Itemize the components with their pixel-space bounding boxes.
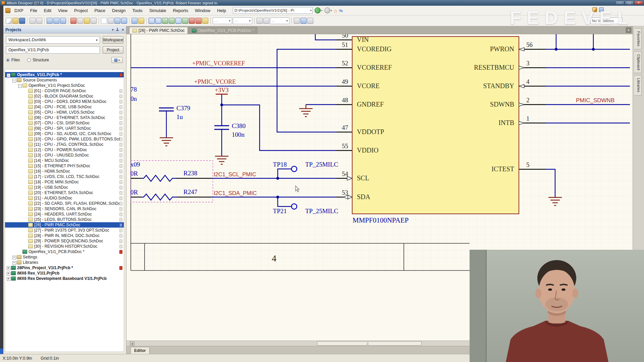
place-bus-icon[interactable] xyxy=(155,18,161,24)
tree-item[interactable]: [13] - CPU - UNUSED.SchDoc xyxy=(5,153,124,158)
toolbar-button[interactable] xyxy=(68,17,68,24)
menu-item[interactable]: Design xyxy=(109,7,129,14)
menu-item[interactable]: Edit xyxy=(41,7,55,14)
tree-item[interactable]: [15] - ETHERNET PHY.SchDoc xyxy=(5,163,124,169)
menu-item[interactable]: Tools xyxy=(129,7,146,14)
maximize-button[interactable]: ▢ xyxy=(625,1,634,5)
panel-tab[interactable]: Clipboard xyxy=(634,51,642,73)
toolbar-button[interactable] xyxy=(146,17,147,24)
toolbar-button[interactable] xyxy=(44,17,45,24)
menu-item[interactable]: Window xyxy=(192,7,214,14)
tree-item[interactable]: [16] - HDMI.SchDoc xyxy=(5,169,124,174)
tree-item[interactable]: [28] - PWR IN, MECH, DOC.SchDoc xyxy=(5,233,124,238)
project-field[interactable]: OpenRex_V1I1.PrjPcb xyxy=(6,46,100,54)
workspace-button[interactable]: Workspace xyxy=(103,36,123,44)
toolbar-button[interactable] xyxy=(291,17,292,24)
save-icon[interactable] xyxy=(19,18,25,24)
forward-history-chevron-icon[interactable]: ▾ xyxy=(331,9,332,12)
tree-item[interactable]: [17] - LVDS, CSI, LCD, TSC.SchDoc xyxy=(5,174,124,179)
net-label-icon[interactable] xyxy=(175,18,181,24)
tree-item[interactable]: OpenRex_V1I1_PCB.PcbDoc * xyxy=(5,249,124,254)
open-icon[interactable] xyxy=(12,18,18,24)
document-tab[interactable]: [26] - PWR PMIC.SchDoc xyxy=(129,27,188,34)
tree-item[interactable]: [24] - HEADERS, UART.SchDoc xyxy=(5,212,124,217)
tree-item[interactable]: [07] - CPU - CSI, DISP.SchDoc xyxy=(5,120,124,126)
tree-item[interactable]: OpenRex_V1I1.PrjPcb * xyxy=(5,72,124,77)
tree-expand-toggle[interactable] xyxy=(6,265,10,270)
redo-icon[interactable] xyxy=(121,18,127,24)
tree-item[interactable]: [19] - USB.SchDoc xyxy=(5,185,124,190)
inspector-icon[interactable] xyxy=(138,18,144,24)
list-view-icon[interactable] xyxy=(294,18,300,24)
projects-panel-header[interactable]: Projects ▾ ✕ xyxy=(3,26,126,34)
tree-item[interactable]: [29] - POWER SEQUENCING.SchDoc xyxy=(5,238,124,244)
tree-item[interactable]: [03] - CPU - DDR3, DDR3 MEM.SchDoc xyxy=(5,99,124,104)
refresh-icon[interactable]: ⇆ xyxy=(339,8,343,13)
find-similar-icon[interactable] xyxy=(131,18,138,24)
tree-item[interactable]: [01] - COVER PAGE.SchDoc xyxy=(5,88,124,94)
tree-item[interactable]: [14] - MCU.SchDoc xyxy=(5,158,124,163)
print-icon[interactable] xyxy=(30,18,36,24)
tree-item[interactable]: iMX6 Rex Development Baseboard V1I1.PrjP… xyxy=(5,276,124,281)
menu-item[interactable]: Simulate xyxy=(146,7,170,14)
tree-item[interactable]: [06] - CPU - ETHERNET, SATA.SchDoc xyxy=(5,115,124,120)
close-button[interactable]: ✕ xyxy=(634,1,643,5)
project-button[interactable]: Project xyxy=(103,46,123,54)
toolbar-button[interactable] xyxy=(99,17,99,24)
tree-item[interactable]: [12] - CPU - POWER.SchDoc xyxy=(5,147,124,153)
tree-item[interactable]: [09] - CPU - SD, AUDIO, I2C, CAN.SchDoc xyxy=(5,131,124,136)
document-tab[interactable]: OpenRex_V1I1_PCB.PcbDoc * xyxy=(189,27,257,34)
panel-tab[interactable]: Libraries xyxy=(634,75,642,95)
highlight-icon[interactable] xyxy=(202,18,208,24)
panel-pin-icon[interactable] xyxy=(116,28,119,32)
tree-item[interactable]: [02] - BLOCK DIAGRAM.SchDoc xyxy=(5,94,124,99)
print-preview-icon[interactable] xyxy=(36,18,42,24)
line-style-combo[interactable]: … xyxy=(233,17,252,24)
tree-item[interactable]: [22] - SD CARD, SPI, FLASH, EEPROM,.SchD… xyxy=(5,201,124,206)
pmic-component-body[interactable] xyxy=(352,37,519,214)
panel-view-options-button[interactable] xyxy=(111,57,123,63)
panel-menu-chevron-icon[interactable]: ▾ xyxy=(112,28,114,32)
menu-item[interactable]: View xyxy=(55,7,71,14)
tree-item[interactable]: [30] - REVISION HISTORY.SchDoc xyxy=(5,244,124,249)
no-erc-icon[interactable] xyxy=(196,18,202,24)
paste-icon[interactable] xyxy=(84,18,90,24)
new-document-icon[interactable] xyxy=(6,18,12,24)
forward-button[interactable]: → xyxy=(324,7,330,13)
place-part-icon[interactable] xyxy=(162,18,168,24)
panel-close-icon[interactable]: ✕ xyxy=(121,28,124,32)
tree-item[interactable]: [20] - ETHERNET, SATA.SchDoc xyxy=(5,190,124,195)
tree-expand-toggle[interactable] xyxy=(6,271,10,276)
menu-item[interactable]: DXP xyxy=(11,7,27,14)
rubber-stamp-icon[interactable] xyxy=(91,18,97,24)
back-button[interactable]: ← xyxy=(315,7,321,13)
toolbar-button[interactable] xyxy=(210,17,211,24)
menu-item[interactable]: File xyxy=(27,7,41,14)
menu-item[interactable]: Project xyxy=(71,7,91,14)
editor-hscrollbar[interactable]: ◂ xyxy=(126,341,470,346)
cross-probe-icon[interactable] xyxy=(599,7,604,12)
copy-icon[interactable] xyxy=(77,18,83,24)
toolbar-button[interactable] xyxy=(27,17,28,24)
document-path-combo[interactable]: D:\Projects\OpenRex\V1I1\[26] - P\ ▾ xyxy=(233,7,313,14)
workspace-selector[interactable]: Workspace1.DsnWrk xyxy=(6,36,100,44)
undo-icon[interactable] xyxy=(114,18,120,24)
scroll-left-icon[interactable]: ◂ xyxy=(130,342,135,346)
tree-item[interactable]: [08] - CPU - SPI, UART.SchDoc xyxy=(5,126,124,131)
tree-item[interactable]: Source Documents xyxy=(5,77,124,83)
edit-pencil-icon[interactable] xyxy=(592,7,597,12)
tree-expand-toggle[interactable] xyxy=(6,276,10,281)
tree-item[interactable]: [25] - LEDS, BUTTONS.SchDoc xyxy=(5,217,124,222)
place-wire-icon[interactable] xyxy=(149,18,155,24)
grid-settings-icon[interactable] xyxy=(301,18,307,24)
tree-expand-toggle[interactable] xyxy=(12,255,16,259)
zoom-area-icon[interactable] xyxy=(47,18,53,24)
tree-item[interactable]: OpenRex_V1I1 Project.SchDoc xyxy=(5,83,124,88)
back-history-chevron-icon[interactable]: ▾ xyxy=(321,9,322,12)
toolbar-button[interactable] xyxy=(129,17,129,24)
tree-expand-toggle[interactable] xyxy=(18,83,22,88)
scale-combo[interactable]: … xyxy=(270,17,289,24)
sheet-symbol-icon[interactable] xyxy=(169,18,175,24)
pmic-part-number[interactable]: MMPF0100NPAEP xyxy=(353,216,409,224)
structure-radio[interactable] xyxy=(27,58,31,62)
